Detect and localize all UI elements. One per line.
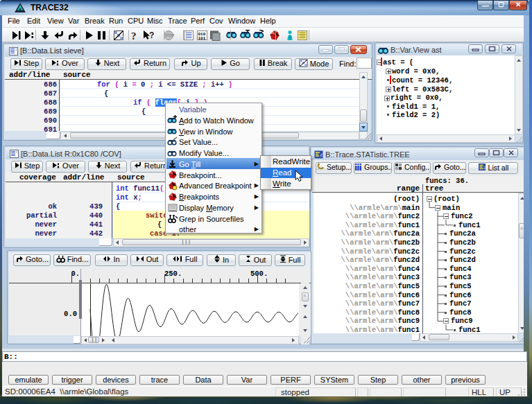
svg-text:101: 101 xyxy=(198,36,206,41)
svg-text:?: ? xyxy=(149,30,154,40)
svg-text:3000: 3000 xyxy=(169,209,176,212)
svg-text:?: ? xyxy=(131,30,137,41)
svg-text:STOP: STOP xyxy=(165,33,175,37)
